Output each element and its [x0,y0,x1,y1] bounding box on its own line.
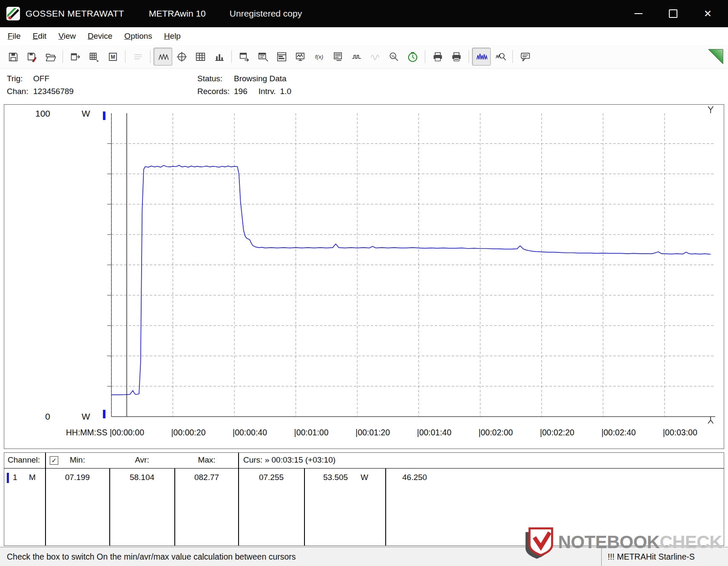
interval-value: 1.0 [280,87,291,96]
zoom-search-button[interactable] [491,48,509,66]
menu-view[interactable]: View [52,29,82,43]
table-view-button[interactable] [191,48,210,66]
power-chart[interactable]: 100W0WHH:MM:SS|00:00:00|00:00:20|00:00:4… [4,105,724,449]
toolbar-separator [469,50,469,63]
minimize-button[interactable] [634,13,643,14]
x-tick-label: |00:01:00 [294,428,329,437]
avr-value: 58.104 [130,473,154,482]
cursor-2-bottom-marker[interactable] [708,417,713,423]
menu-options[interactable]: Options [118,29,158,43]
menu-device[interactable]: Device [82,29,118,43]
min-column-header: Min: [70,455,85,465]
window-app-title: METRAwin 10 [149,9,206,19]
y-range-top-marker [103,111,105,120]
svg-text:M: M [111,54,115,60]
export-memory-button[interactable]: M [103,48,122,66]
acquisition-info-panel: Trig:OFF Chan:123456789 Status:Browsing … [0,69,728,102]
trig-value: OFF [33,74,49,83]
channel-column-header: Channel: [8,455,40,465]
x-tick-label: |00:01:40 [417,428,452,437]
import-window-button[interactable] [253,48,272,66]
print-button[interactable] [428,48,447,66]
list-view-button[interactable] [128,48,147,66]
channel-visibility-checkbox[interactable]: ✓ [50,456,58,465]
printer2-icon [451,51,462,63]
zoom-percent-button[interactable]: % [384,48,403,66]
window-controls: ✕ [634,9,722,19]
wave3-icon [370,51,381,63]
channel-1-color-marker [7,473,9,483]
trig-label: Trig: [7,72,33,85]
window-license-status: Unregistered copy [230,9,302,19]
device-display-button[interactable] [328,48,347,66]
pulse-wave-button[interactable] [347,48,366,66]
x-tick-label: |00:02:40 [601,428,636,437]
menu-help[interactable]: Help [158,29,187,43]
zoompct-icon: % [388,51,400,63]
timeline-button[interactable] [272,48,291,66]
chan-value: 123456789 [33,87,74,96]
monitor-view-button[interactable] [291,48,310,66]
bar-graph-view-button[interactable] [210,48,228,66]
records-label: Records: [197,85,234,98]
cursor-2-top-marker[interactable] [708,106,713,113]
formula-button[interactable]: f(x) [310,48,328,66]
toolbar-separator [63,50,63,63]
cursor1-value: 07.255 [259,473,284,482]
title-bar: GOSSEN METRAWATT METRAwin 10 Unregistere… [0,0,728,27]
menu-edit[interactable]: Edit [27,29,53,43]
export-grid-button[interactable] [85,48,103,66]
wave2-icon [351,51,362,63]
close-button[interactable]: ✕ [704,9,712,19]
y-axis-min-label: 0 [45,412,50,421]
transfer-window-button[interactable] [235,48,253,66]
table-separator [238,453,239,546]
status-label: Status: [197,72,234,85]
notebookcheck-wordmark: NOTEBOOKCHECK [558,533,722,551]
table-separator [174,468,175,546]
menu-file[interactable]: File [2,29,27,43]
max-value: 082.77 [194,473,219,482]
unit-label: W [361,473,368,482]
x-tick-label: |00:03:00 [663,428,697,437]
toolbar-separator [425,50,425,63]
records-value: 196 [234,87,247,96]
folder-icon [45,51,56,63]
resize-grip-triangle-icon[interactable] [708,49,724,65]
toolbar-separator [512,50,513,63]
comment-button[interactable] [516,48,535,66]
export-data-button[interactable] [66,48,85,66]
table-separator [304,468,305,546]
scope-view-button[interactable] [172,48,191,66]
analog-wave-button[interactable] [366,48,384,66]
trigger-channel-info: Trig:OFF Chan:123456789 [7,72,74,98]
channel-number: 1 [13,473,17,482]
print-preview-button[interactable] [447,48,466,66]
timeline-icon [276,51,287,63]
cross-icon [176,51,188,63]
zoom-curve-button[interactable] [472,48,491,66]
save-setup-button[interactable] [22,48,41,66]
status-value: Browsing Data [234,74,287,83]
svg-text:f(x): f(x) [315,54,323,60]
maximize-button[interactable] [669,9,677,18]
line-chart-view-button[interactable] [154,48,172,66]
delta-value: 46.250 [402,473,427,482]
diskpen-icon [26,51,37,63]
zoomwave-icon [495,51,506,63]
channel-mode: M [29,473,36,482]
fx-icon: f(x) [313,51,325,63]
gossen-metrawatt-logo-icon [6,6,20,21]
timer-button[interactable] [403,48,422,66]
save-data-button[interactable] [3,48,22,66]
cursor-column-header: Curs: » 00:03:15 (+03:10) [243,455,336,465]
table-separator [385,468,386,546]
status-records-info: Status:Browsing Data Records:196Intrv.1.… [197,72,291,98]
notebookcheck-watermark: NOTEBOOKCHECK [524,524,722,560]
avr-column-header: Avr: [135,455,149,465]
monitor-icon [295,51,306,63]
winarrow-icon [239,51,250,63]
open-file-button[interactable] [41,48,60,66]
min-value: 07.199 [65,473,90,482]
x-axis-format-label: HH:MM:SS [66,428,108,437]
